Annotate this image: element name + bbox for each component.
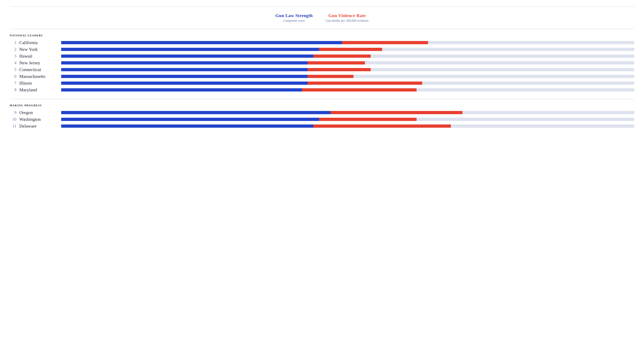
bar-blue — [61, 41, 342, 44]
state-name: New Jersey — [19, 60, 61, 65]
state-name: New York — [19, 47, 61, 52]
legend-blue-title: Gun Law Strength — [276, 13, 313, 18]
bar-red — [308, 81, 422, 85]
state-name: Hawaii — [19, 53, 61, 59]
bar-container — [61, 81, 634, 86]
chart-row: 2New York — [10, 47, 634, 52]
bar-blue — [61, 68, 308, 71]
bar-container — [61, 74, 634, 79]
bar-red — [314, 124, 451, 128]
section-label-national-leaders: NATIONAL LEADERS — [10, 34, 634, 37]
legend-red-title: Gun Violence Rate — [326, 13, 368, 18]
bar-blue — [61, 75, 308, 78]
bar-red — [342, 41, 428, 44]
bar-container — [61, 60, 634, 65]
bar-blue — [61, 124, 314, 128]
chart-row: 8Maryland — [10, 87, 634, 92]
bar-red — [308, 75, 354, 78]
bar-blue — [61, 111, 330, 114]
chart-row: 3Hawaii — [10, 53, 634, 59]
state-name: California — [19, 40, 61, 45]
chart-row: 5Connecticut — [10, 67, 634, 72]
bar-blue — [61, 81, 308, 85]
bar-red — [308, 61, 365, 64]
rank-number: 5 — [10, 67, 19, 72]
legend-red: Gun Violence Rate Gun deaths per 100,000… — [326, 13, 368, 22]
bar-red — [330, 111, 462, 114]
bar-container — [61, 123, 634, 129]
bar-container — [61, 47, 634, 52]
chart-row: 11Delaware — [10, 123, 634, 129]
bar-red — [314, 54, 371, 58]
bar-container — [61, 67, 634, 72]
bar-container — [61, 117, 634, 122]
chart-row: 6Massachusetts — [10, 74, 634, 79]
state-name: Connecticut — [19, 67, 61, 72]
bar-container — [61, 40, 634, 45]
bar-blue — [61, 118, 319, 121]
state-name: Washington — [19, 117, 61, 122]
chart-row: 10Washington — [10, 117, 634, 122]
bar-blue — [61, 61, 308, 64]
bar-blue — [61, 48, 319, 51]
rank-number: 3 — [10, 54, 19, 58]
bar-red — [308, 68, 371, 71]
bar-red — [302, 88, 416, 91]
chart-row: 7Illinois — [10, 81, 634, 86]
rank-number: 10 — [10, 117, 19, 122]
chart-row: 4New Jersey — [10, 60, 634, 65]
bar-container — [61, 53, 634, 59]
rank-number: 7 — [10, 81, 19, 85]
legend-blue-subtitle: Composite score — [276, 19, 313, 22]
chart-rows-making-progress: 9Oregon10Washington11Delaware — [10, 110, 634, 129]
state-name: Maryland — [19, 87, 61, 92]
bar-container — [61, 87, 634, 92]
chart-row: 1California — [10, 40, 634, 45]
legend-red-subtitle: Gun deaths per 100,000 residents — [326, 19, 368, 22]
chart-container: NATIONAL LEADERS1California2New York3Haw… — [10, 29, 634, 129]
rank-number: 4 — [10, 60, 19, 65]
chart-row: 9Oregon — [10, 110, 634, 115]
bar-container — [61, 110, 634, 115]
rank-number: 1 — [10, 40, 19, 45]
chart-rows-national-leaders: 1California2New York3Hawaii4New Jersey5C… — [10, 40, 634, 92]
state-name: Oregon — [19, 110, 61, 115]
bar-red — [319, 118, 416, 121]
state-name: Delaware — [19, 123, 61, 129]
rank-number: 9 — [10, 110, 19, 115]
rank-number: 11 — [10, 124, 19, 128]
section-divider-national-leaders — [10, 29, 634, 29]
rank-number: 2 — [10, 47, 19, 52]
rank-number: 8 — [10, 87, 19, 92]
rank-number: 6 — [10, 74, 19, 79]
section-divider-making-progress — [10, 99, 634, 99]
state-name: Illinois — [19, 81, 61, 86]
bar-red — [319, 48, 382, 51]
legend: Gun Law Strength Composite score Gun Vio… — [10, 13, 634, 22]
bar-blue — [61, 54, 314, 58]
legend-blue: Gun Law Strength Composite score — [276, 13, 313, 22]
bar-blue — [61, 88, 302, 91]
state-name: Massachusetts — [19, 74, 61, 79]
section-label-making-progress: MAKING PROGRESS — [10, 104, 634, 107]
